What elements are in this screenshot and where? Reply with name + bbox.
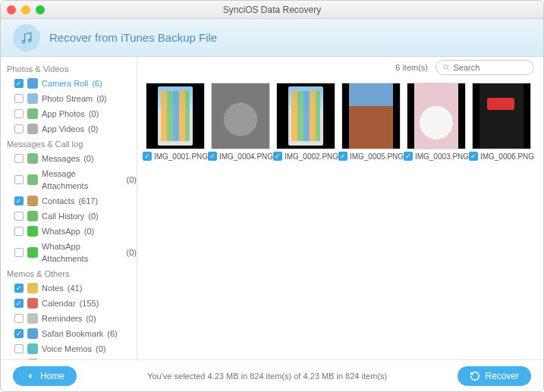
sidebar-item-count: (0) [83, 152, 93, 165]
checkbox[interactable] [14, 79, 24, 88]
sidebar-item-count: (0) [88, 123, 98, 135]
checkbox[interactable] [14, 109, 24, 118]
sidebar-item-reminders[interactable]: Reminders(0) [7, 311, 137, 326]
sidebar-item-count: (0) [127, 174, 137, 186]
checkbox[interactable] [14, 154, 24, 163]
sidebar-item-message-attachments[interactable]: Message Attachments(0) [7, 166, 137, 193]
refresh-icon [470, 371, 480, 381]
sidebar-item-contacts[interactable]: Contacts(617) [7, 193, 137, 209]
sidebar-item-notes[interactable]: Notes(41) [7, 281, 137, 296]
whatsapp-attachments-icon [27, 247, 38, 258]
svg-line-3 [448, 68, 449, 70]
call-history-icon [27, 211, 38, 221]
sidebar-item-label: Call History [42, 210, 84, 222]
window-title: SynciOS Data Recovery [1, 5, 543, 15]
thumbnail-filename: IMG_0003.PNG [415, 152, 469, 161]
checkbox[interactable] [14, 94, 24, 103]
checkbox[interactable] [208, 152, 217, 161]
thumbnail[interactable]: IMG_0004.PNG [210, 83, 271, 161]
sidebar-item-whatsapp[interactable]: WhatsApp(0) [7, 224, 137, 239]
checkbox[interactable] [14, 175, 24, 184]
home-button-label: Home [40, 371, 64, 381]
thumbnail-label-row: IMG_0003.PNG [404, 152, 469, 161]
sidebar-item-label: Camera Roll [42, 77, 88, 89]
app-videos-icon [27, 124, 38, 134]
sidebar-item-count: (0) [88, 210, 98, 222]
zoom-icon[interactable] [36, 5, 45, 14]
search-input[interactable] [453, 63, 527, 72]
checkbox[interactable] [14, 284, 24, 293]
checkbox[interactable] [14, 344, 24, 353]
sidebar-item-label: Photo Stream [42, 93, 93, 105]
safari-bookmark-icon [27, 328, 38, 339]
thumbnail[interactable]: IMG_0003.PNG [406, 83, 467, 161]
sidebar-item-calendar[interactable]: Calendar(155) [7, 296, 137, 311]
checkbox[interactable] [14, 227, 24, 236]
sidebar-item-app-videos[interactable]: App Videos(0) [7, 121, 137, 136]
sidebar-category-header: Photos & Videos [7, 61, 137, 76]
checkbox[interactable] [273, 152, 282, 161]
sidebar-item-count: (0) [84, 225, 94, 237]
checkbox[interactable] [14, 124, 24, 133]
sidebar-item-label: Reminders [42, 312, 82, 325]
sidebar-item-call-history[interactable]: Call History(0) [7, 209, 137, 224]
sidebar-item-voice-memos[interactable]: Voice Memos(0) [7, 341, 137, 356]
checkbox[interactable] [14, 329, 24, 338]
sidebar-item-count: (6) [92, 77, 102, 89]
camera-roll-icon [27, 78, 38, 89]
sidebar-item-photo-stream[interactable]: Photo Stream(0) [7, 91, 137, 106]
main-panel: 6 item(s) IMG_0001.PNGIMG_0004.PNGIMG_00… [137, 57, 543, 359]
thumbnail-grid: IMG_0001.PNGIMG_0004.PNGIMG_0002.PNGIMG_… [137, 78, 543, 359]
home-button[interactable]: Home [13, 366, 77, 386]
content: Photos & VideosCamera Roll(6)Photo Strea… [1, 57, 543, 359]
checkbox[interactable] [14, 196, 24, 205]
svg-point-2 [444, 65, 448, 69]
thumbnail-filename: IMG_0002.PNG [285, 152, 338, 161]
sidebar-item-app-photos[interactable]: App Photos(0) [7, 106, 137, 121]
thumbnail[interactable]: IMG_0001.PNG [145, 83, 206, 161]
app-photos-icon [27, 108, 38, 119]
close-icon[interactable] [7, 5, 16, 14]
sidebar-item-camera-roll[interactable]: Camera Roll(6) [7, 76, 137, 91]
checkbox[interactable] [469, 152, 478, 161]
thumbnail-image [341, 83, 401, 149]
checkbox[interactable] [143, 152, 152, 161]
thumbnail-image [276, 83, 335, 149]
sidebar-item-count: (0) [127, 246, 137, 259]
checkbox[interactable] [14, 212, 24, 221]
sidebar-item-count: (6) [107, 328, 117, 340]
checkbox[interactable] [14, 314, 24, 323]
search-field[interactable] [436, 60, 534, 75]
calendar-icon [27, 298, 38, 309]
checkbox[interactable] [14, 299, 24, 308]
item-count: 6 item(s) [395, 63, 428, 72]
sidebar-category-header: Messages & Call log [7, 136, 137, 151]
sidebar-item-messages[interactable]: Messages(0) [7, 151, 137, 166]
checkbox[interactable] [404, 152, 413, 161]
checkbox[interactable] [338, 152, 347, 161]
arrow-left-icon [25, 371, 36, 381]
sidebar-item-count: (0) [96, 343, 105, 355]
messages-icon [27, 153, 38, 164]
status-text: You've selected 4.23 MB in 824 item(s) o… [77, 372, 458, 381]
sidebar-item-count: (0) [89, 108, 99, 120]
checkbox[interactable] [14, 248, 24, 257]
sidebar-item-whatsapp-attachments[interactable]: WhatsApp Attachments(0) [7, 239, 137, 266]
sidebar-item-safari-bookmark[interactable]: Safari Bookmark(6) [7, 326, 137, 341]
thumbnail[interactable]: IMG_0006.PNG [471, 83, 532, 161]
sidebar-item-label: Message Attachments [42, 168, 123, 192]
minimize-icon[interactable] [21, 5, 30, 14]
svg-point-0 [22, 40, 24, 42]
recover-button-label: Recover [485, 371, 519, 381]
thumbnail-label-row: IMG_0004.PNG [208, 152, 273, 161]
footer: Home You've selected 4.23 MB in 824 item… [1, 359, 543, 391]
photo-stream-icon [27, 93, 38, 104]
reminders-icon [27, 313, 38, 324]
svg-point-1 [29, 39, 31, 41]
thumbnail[interactable]: IMG_0005.PNG [341, 83, 401, 161]
sidebar-item-label: Voice Memos [42, 343, 92, 355]
sidebar-item-label: App Photos [42, 108, 85, 120]
recover-button[interactable]: Recover [458, 366, 531, 386]
sidebar-item-label: App Videos [42, 123, 84, 135]
thumbnail[interactable]: IMG_0002.PNG [275, 83, 336, 161]
